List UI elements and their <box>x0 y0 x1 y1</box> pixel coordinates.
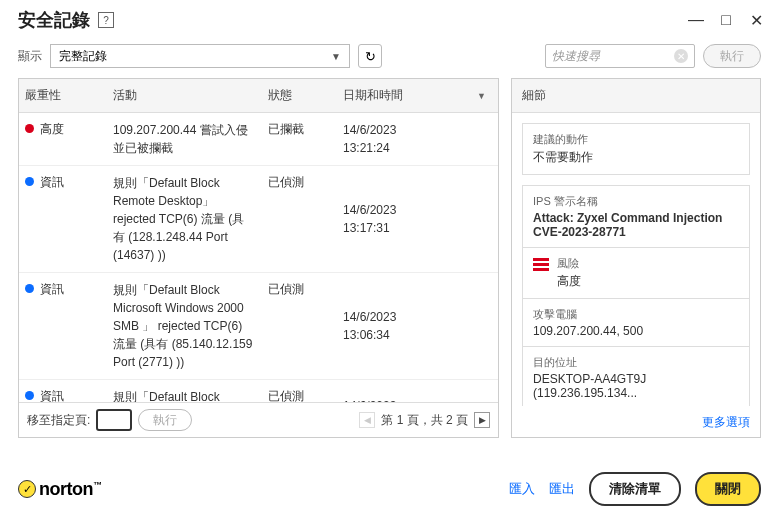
attacker-label: 攻擊電腦 <box>533 307 739 322</box>
chevron-down-icon: ▼ <box>331 51 341 62</box>
table-row[interactable]: 資訊規則「Default Block Remote Desktop」 rejec… <box>19 380 498 402</box>
details-panel: 細節 建議的動作 不需要動作 IPS 警示名稱 Attack: Zyxel Co… <box>511 78 761 438</box>
activity-text: 規則「Default Block Remote Desktop」 rejecte… <box>107 174 262 264</box>
suggested-action-label: 建議的動作 <box>533 132 739 147</box>
col-status[interactable]: 狀態 <box>262 79 337 112</box>
dest-value: DESKTOP-AA4GT9J (119.236.195.134... <box>533 372 739 400</box>
col-datetime[interactable]: 日期和時間 ▼ <box>337 79 498 112</box>
goto-page-input[interactable] <box>96 409 132 431</box>
suggested-action-value: 不需要動作 <box>533 149 739 166</box>
severity-dot-icon <box>25 124 34 133</box>
activity-text: 109.207.200.44 嘗試入侵並已被攔截 <box>107 121 262 157</box>
log-table: 嚴重性 活動 狀態 日期和時間 ▼ 高度109.207.200.44 嘗試入侵並… <box>18 78 499 438</box>
col-activity[interactable]: 活動 <box>107 79 262 112</box>
severity-label: 資訊 <box>40 175 64 189</box>
datetime-text: 14/6/202313:17:31 <box>337 174 498 264</box>
table-row[interactable]: 高度109.207.200.44 嘗試入侵並已被攔截已攔截14/6/202313… <box>19 113 498 166</box>
risk-bars-icon <box>533 258 549 271</box>
severity-dot-icon <box>25 391 34 400</box>
datetime-text: 14/6/202313:21:24 <box>337 121 498 157</box>
norton-logo: ✓ norton™ <box>18 479 101 500</box>
details-header: 細節 <box>512 79 760 113</box>
status-text: 已偵測 <box>262 388 337 402</box>
export-link[interactable]: 匯出 <box>549 480 575 498</box>
page-title: 安全記錄 <box>18 8 90 32</box>
status-text: 已偵測 <box>262 174 337 264</box>
severity-label: 高度 <box>40 122 64 136</box>
ips-label: IPS 警示名稱 <box>533 194 739 209</box>
activity-text: 規則「Default Block Remote Desktop」 rejecte… <box>107 388 262 402</box>
clear-search-icon[interactable]: ✕ <box>674 49 688 63</box>
search-input[interactable]: 快速搜尋 ✕ <box>545 44 695 68</box>
ips-value: Attack: Zyxel Command Injection CVE-2023… <box>533 211 739 239</box>
severity-dot-icon <box>25 177 34 186</box>
col-severity[interactable]: 嚴重性 <box>19 79 107 112</box>
maximize-icon[interactable]: □ <box>717 11 735 30</box>
dropdown-value: 完整記錄 <box>59 48 107 65</box>
status-text: 已偵測 <box>262 281 337 371</box>
goto-exec-button[interactable]: 執行 <box>138 409 192 431</box>
severity-label: 資訊 <box>40 282 64 296</box>
table-row[interactable]: 資訊規則「Default Block Microsoft Windows 200… <box>19 273 498 380</box>
norton-check-icon: ✓ <box>18 480 36 498</box>
attacker-value: 109.207.200.44, 500 <box>533 324 739 338</box>
search-exec-button[interactable]: 執行 <box>703 44 761 68</box>
import-link[interactable]: 匯入 <box>509 480 535 498</box>
status-text: 已攔截 <box>262 121 337 157</box>
next-page-button[interactable]: ▶ <box>474 412 490 428</box>
show-dropdown[interactable]: 完整記錄 ▼ <box>50 44 350 68</box>
page-info: 第 1 頁，共 2 頁 <box>381 412 468 429</box>
goto-label: 移至指定頁: <box>27 412 90 429</box>
close-button[interactable]: 關閉 <box>695 472 761 506</box>
refresh-button[interactable]: ↻ <box>358 44 382 68</box>
clear-list-button[interactable]: 清除清單 <box>589 472 681 506</box>
search-placeholder: 快速搜尋 <box>552 48 600 65</box>
risk-value: 高度 <box>557 273 581 290</box>
table-row[interactable]: 資訊規則「Default Block Remote Desktop」 rejec… <box>19 166 498 273</box>
datetime-text: 14/6/202313:06:34 <box>337 281 498 371</box>
activity-text: 規則「Default Block Microsoft Windows 2000 … <box>107 281 262 371</box>
show-label: 顯示 <box>18 48 42 65</box>
severity-label: 資訊 <box>40 389 64 402</box>
risk-label: 風險 <box>557 256 581 271</box>
prev-page-button[interactable]: ◀ <box>359 412 375 428</box>
more-options-link[interactable]: 更多選項 <box>702 415 750 429</box>
minimize-icon[interactable]: — <box>687 11 705 30</box>
datetime-text: 14/6/202313:06:15 <box>337 388 498 402</box>
sort-desc-icon: ▼ <box>477 91 486 101</box>
dest-label: 目的位址 <box>533 355 739 370</box>
help-icon[interactable]: ? <box>98 12 114 28</box>
severity-dot-icon <box>25 284 34 293</box>
close-icon[interactable]: ✕ <box>747 11 765 30</box>
